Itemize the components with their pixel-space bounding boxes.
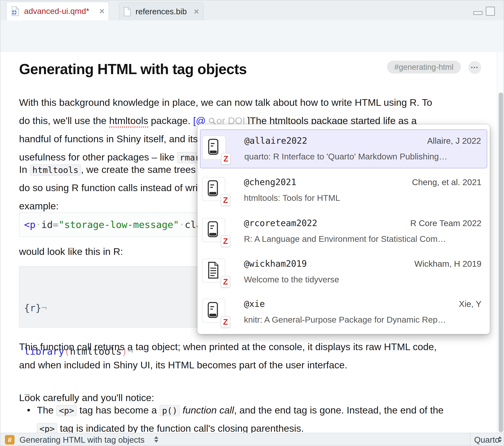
quarto-file-icon bbox=[11, 6, 19, 16]
citation-icon-tile: Z bbox=[202, 177, 225, 201]
section-navigator-arrows-icon[interactable] bbox=[154, 436, 158, 443]
citation-icon-tile: Z bbox=[202, 218, 225, 242]
book-icon bbox=[207, 180, 220, 199]
document-mode-selector[interactable]: Quarto bbox=[474, 433, 500, 446]
citation-entry[interactable]: Z @rcoreteam2022 R Core Team 2022 R: A L… bbox=[200, 212, 487, 251]
citation-entry[interactable]: Z @wickham2019 Wickham, H 2019 Welcome t… bbox=[200, 253, 487, 292]
paragraph-line: and when included in Shiny UI, its HTML … bbox=[19, 359, 347, 371]
paragraph-line: handful of functions in Shiny itself, an… bbox=[19, 133, 198, 145]
minimize-pane-icon[interactable] bbox=[473, 11, 483, 15]
citation-autocomplete-popup: Z @allaire2022 Allaire, J 2022 quarto: R… bbox=[197, 124, 490, 334]
citation-title: quarto: R Interface to 'Quarto' Markdown… bbox=[244, 152, 448, 161]
citation-author: Allaire, J 2022 bbox=[427, 136, 481, 146]
citation-author: Cheng, et al. 2021 bbox=[412, 177, 481, 187]
document-mode-arrows-icon[interactable] bbox=[498, 436, 502, 443]
zotero-badge: Z bbox=[221, 235, 230, 247]
citation-id: @allaire2022 bbox=[244, 136, 307, 146]
tab-advanced-ui-qmd[interactable]: advanced-ui.qmd* × bbox=[6, 2, 109, 20]
citation-id: @xie bbox=[244, 299, 265, 309]
book-icon bbox=[207, 302, 220, 320]
editor-toolbar: Render on Save ABC Render bbox=[0, 20, 504, 36]
inline-code: <p> bbox=[56, 405, 77, 416]
inline-code: htmltools bbox=[30, 164, 81, 176]
citation-icon-tile: Z bbox=[202, 299, 225, 323]
zotero-badge: Z bbox=[221, 153, 231, 165]
paragraph-line: usefulness for other packages – like rma… bbox=[19, 151, 228, 164]
citation-title: knitr: A General-Purpose Package for Dyn… bbox=[244, 315, 446, 325]
citation-title: htmltools: Tools for HTML bbox=[244, 193, 340, 203]
close-icon[interactable]: × bbox=[194, 7, 199, 16]
bullet-line: The <p> tag has become a p() function ca… bbox=[37, 404, 444, 417]
citation-icon-tile: Z bbox=[202, 136, 226, 160]
document-heading: Generating HTML with tag objects bbox=[19, 61, 247, 77]
tab-label: advanced-ui.qmd* bbox=[24, 7, 89, 16]
inline-code: p() bbox=[160, 405, 180, 416]
scrollbar-thumb[interactable] bbox=[499, 93, 503, 432]
format-toolbar: Source Visual B I </> Normal 1 2 bbox=[0, 36, 504, 52]
book-icon bbox=[207, 138, 220, 157]
heading-level-icon: # bbox=[5, 435, 15, 445]
zotero-badge: Z bbox=[221, 276, 230, 288]
citation-author: Xie, Y bbox=[459, 299, 481, 309]
paragraph-line: With this background knowledge in place,… bbox=[19, 96, 432, 109]
citation-id: @rcoreteam2022 bbox=[244, 218, 317, 228]
article-icon bbox=[207, 261, 220, 280]
italic-text: function call bbox=[182, 405, 234, 415]
paragraph-line: would look like this in R: bbox=[19, 245, 123, 258]
maximize-pane-icon[interactable] bbox=[486, 7, 495, 16]
editor-status-bar: # Generating HTML with tag objects Quart… bbox=[0, 433, 504, 446]
zotero-badge: Z bbox=[221, 194, 230, 206]
editor-tab-bar: advanced-ui.qmd* × references.bib × bbox=[0, 0, 504, 21]
paragraph-line: example: bbox=[19, 200, 59, 212]
citation-author: Wickham, H 2019 bbox=[414, 259, 481, 269]
paragraph-line: This function call returns a tag object;… bbox=[19, 340, 437, 353]
section-id-badge[interactable]: #generating-html bbox=[387, 61, 461, 73]
tab-references-bib[interactable]: references.bib × bbox=[119, 2, 203, 20]
misspelled-word: htmltools bbox=[109, 115, 148, 128]
citation-title: R: A Language and Environment for Statis… bbox=[244, 234, 446, 244]
citation-id: @wickham2019 bbox=[244, 259, 307, 269]
citation-title: Welcome to the tidyverse bbox=[244, 275, 339, 285]
close-icon[interactable]: × bbox=[99, 7, 105, 16]
book-icon bbox=[207, 221, 220, 240]
tab-label: references.bib bbox=[136, 7, 187, 16]
heading-options-button[interactable]: ••• bbox=[468, 61, 481, 74]
citation-entry[interactable]: Z @allaire2022 Allaire, J 2022 quarto: R… bbox=[200, 129, 487, 168]
bullet-marker: • bbox=[27, 404, 30, 415]
citation-icon-tile: Z bbox=[202, 259, 225, 283]
editor-canvas[interactable]: Generating HTML with tag objects #genera… bbox=[0, 52, 497, 433]
zotero-badge: Z bbox=[221, 316, 230, 328]
citation-id: @cheng2021 bbox=[244, 177, 296, 187]
rstudio-source-pane: advanced-ui.qmd* × references.bib × bbox=[0, 0, 504, 446]
citation-entry[interactable]: Z @cheng2021 Cheng, et al. 2021 htmltool… bbox=[200, 171, 487, 210]
file-icon bbox=[124, 7, 131, 16]
citation-entry[interactable]: Z @xie Xie, Y knitr: A General-Purpose P… bbox=[200, 293, 487, 332]
citation-author: R Core Team 2022 bbox=[410, 219, 481, 228]
divider bbox=[470, 433, 470, 446]
paragraph-line: Look carefully and you'll notice: bbox=[19, 391, 154, 404]
section-navigator[interactable]: Generating HTML with tag objects bbox=[19, 433, 144, 446]
